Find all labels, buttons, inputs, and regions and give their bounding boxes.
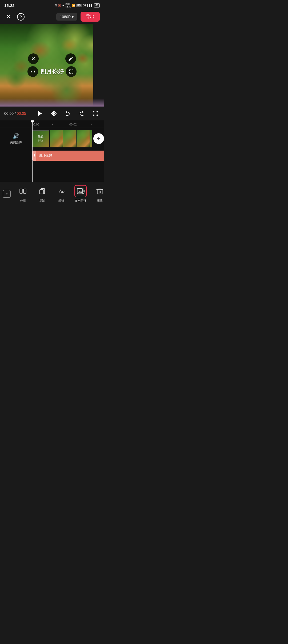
quality-button[interactable]: 1080P ▾ — [56, 13, 77, 21]
svg-text:Aa: Aa — [59, 189, 65, 194]
purple-bottom — [0, 99, 104, 107]
plus-icon: + — [97, 135, 101, 142]
drag-handle-left: ⋮ — [33, 154, 36, 158]
clip-text-label: 四月你好 — [35, 153, 56, 158]
collapse-button[interactable]: « — [0, 186, 13, 202]
ruler-mark-1: 00:02 — [69, 123, 77, 126]
building-right — [93, 24, 104, 107]
nfc-icon: N — [55, 4, 57, 7]
svg-rect-12 — [97, 190, 102, 194]
diamond-icon — [51, 110, 57, 117]
signal-icon: ▌▌▌ — [87, 4, 93, 7]
toolbar-left: ✕ ? — [4, 13, 25, 21]
tool-delete[interactable]: 删除 — [90, 184, 104, 203]
status-icons: N 🔕 ✦ 2.00KB/S 📶 HD 5G ▌▌▌ 47 — [55, 3, 100, 8]
tts-icon: Aa — [76, 187, 85, 196]
thumb-segment-3 — [77, 130, 90, 147]
tool-copy[interactable]: 复制 — [33, 184, 52, 203]
time-separator: / — [15, 111, 17, 116]
chevron-left-icon: « — [6, 192, 8, 196]
undo-button[interactable] — [63, 109, 72, 118]
ruler-dot-2 — [91, 124, 92, 125]
fullscreen-icon — [69, 69, 74, 74]
toolbar-scroll: « 分割 复制 — [0, 184, 104, 203]
delete-icon-wrap — [94, 185, 104, 197]
collapse-icon: « — [3, 190, 11, 198]
audio-track-label: 🔊 关闭原声 — [0, 133, 32, 144]
resize-right-button[interactable] — [66, 66, 77, 77]
playback-controls — [36, 109, 100, 118]
bluetooth-icon: ✦ — [62, 4, 64, 7]
audio-label-text[interactable]: 关闭原声 — [10, 140, 22, 144]
video-thumbnails[interactable] — [50, 130, 92, 147]
cover-thumbnail[interactable]: 设置 封面 — [32, 130, 49, 147]
svg-marker-2 — [38, 111, 42, 116]
copy-icon-wrap — [36, 185, 48, 197]
add-clip-button[interactable]: + — [93, 133, 104, 144]
thumb-segment-1 — [50, 130, 63, 147]
x-icon — [31, 56, 36, 61]
bottom-toolbar: « 分割 复制 — [0, 182, 104, 205]
split-icon-wrap — [17, 185, 29, 197]
resize-icon — [30, 69, 35, 74]
text-overlay[interactable]: 四月你好 — [27, 53, 77, 77]
delete-icon — [96, 187, 103, 195]
text-controls-row — [28, 53, 76, 64]
wifi-icon: 📶 — [72, 4, 75, 7]
status-bar: 15:22 N 🔕 ✦ 2.00KB/S 📶 HD 5G ▌▌▌ 47 — [0, 0, 104, 10]
redo-button[interactable] — [77, 109, 86, 118]
tts-label: 文本朗读 — [75, 199, 86, 203]
svg-rect-0 — [31, 71, 32, 73]
play-icon — [37, 110, 43, 117]
time-display: 00:00 / 00:05 — [4, 111, 26, 116]
resize-left-button[interactable] — [27, 66, 38, 77]
fullscreen-button[interactable] — [91, 109, 100, 118]
close-button[interactable]: ✕ — [4, 13, 13, 21]
split-label: 分割 — [20, 199, 26, 203]
overlay-text[interactable]: 四月你好 — [40, 68, 64, 76]
battery-icon: 47 — [94, 3, 100, 7]
clip-drag-left[interactable]: ⋮ — [33, 151, 36, 161]
timeline-area: 00:00 00:02 🔊 关闭原声 设置 封面 + — [0, 120, 104, 182]
video-preview: 四月你好 — [0, 24, 104, 107]
delete-text-button[interactable] — [28, 53, 39, 64]
edit-label: 编辑 — [58, 199, 64, 203]
top-toolbar: ✕ ? 1080P ▾ 导出 — [0, 10, 104, 24]
playback-bar: 00:00 / 00:05 — [0, 107, 104, 120]
chevron-down-icon: ▾ — [72, 15, 74, 19]
copy-icon — [38, 187, 46, 195]
mute-icon: 🔕 — [58, 4, 61, 7]
delete-label: 删除 — [97, 199, 103, 203]
text-clip[interactable]: ⋮ 四月你好 ⋮ — [33, 151, 104, 161]
expand-icon — [92, 110, 99, 117]
tool-edit[interactable]: Aa 编辑 — [52, 184, 71, 203]
export-button[interactable]: 导出 — [81, 12, 100, 22]
text-content-row: 四月你好 — [27, 66, 77, 77]
status-time: 15:22 — [4, 3, 14, 8]
edit-text-button[interactable] — [65, 53, 76, 64]
copy-label: 复制 — [39, 199, 45, 203]
edit-icon: Aa — [58, 187, 65, 195]
svg-rect-1 — [34, 71, 35, 73]
current-time: 00:00 — [4, 111, 14, 116]
tts-icon-wrap: Aa — [74, 185, 87, 197]
svg-rect-6 — [23, 189, 26, 193]
hd-badge: HD — [76, 4, 82, 7]
help-button[interactable]: ? — [17, 13, 25, 21]
total-time: 00:05 — [17, 111, 26, 116]
edit-icon-wrap: Aa — [55, 185, 67, 197]
thumb-segment-2 — [63, 130, 77, 147]
play-button[interactable] — [36, 109, 44, 118]
tool-split[interactable]: 分割 — [13, 184, 33, 203]
svg-rect-5 — [20, 189, 22, 193]
ruler-mark-0: 00:00 — [32, 123, 39, 126]
keyframe-button[interactable] — [50, 109, 58, 118]
undo-icon — [65, 110, 71, 117]
network-speed: 2.00KB/S — [65, 3, 71, 8]
main-track-row: 🔊 关闭原声 设置 封面 + — [0, 128, 104, 149]
thumb-segment-4 — [90, 130, 92, 147]
redo-icon — [78, 110, 85, 117]
split-icon — [19, 187, 27, 195]
cover-label: 设置 封面 — [38, 135, 43, 142]
tool-tts[interactable]: Aa 文本朗读 — [71, 184, 90, 203]
